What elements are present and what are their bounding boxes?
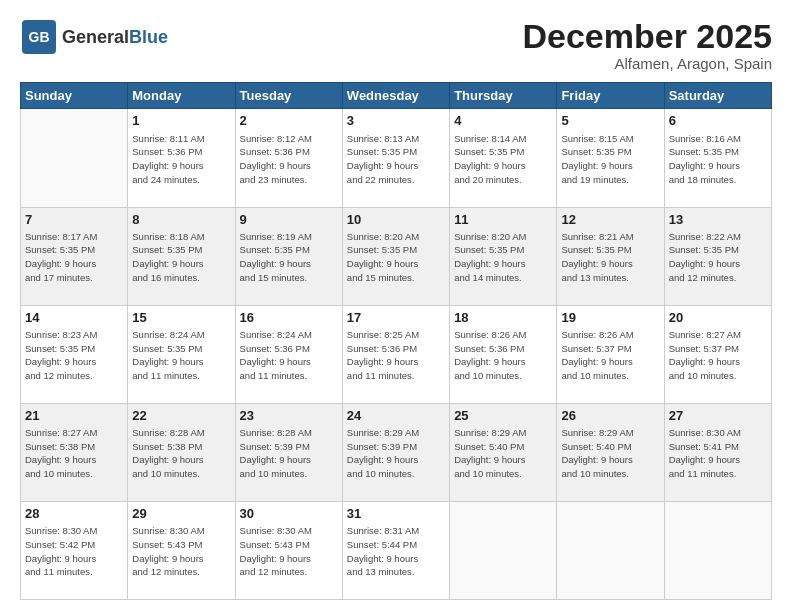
day-info: Sunrise: 8:24 AM Sunset: 5:36 PM Dayligh… xyxy=(240,328,338,383)
day-info: Sunrise: 8:25 AM Sunset: 5:36 PM Dayligh… xyxy=(347,328,445,383)
day-info: Sunrise: 8:27 AM Sunset: 5:37 PM Dayligh… xyxy=(669,328,767,383)
calendar-cell: 17Sunrise: 8:25 AM Sunset: 5:36 PM Dayli… xyxy=(342,305,449,403)
day-info: Sunrise: 8:31 AM Sunset: 5:44 PM Dayligh… xyxy=(347,524,445,579)
calendar-cell: 20Sunrise: 8:27 AM Sunset: 5:37 PM Dayli… xyxy=(664,305,771,403)
calendar-cell: 23Sunrise: 8:28 AM Sunset: 5:39 PM Dayli… xyxy=(235,403,342,501)
day-number: 18 xyxy=(454,309,552,327)
day-info: Sunrise: 8:16 AM Sunset: 5:35 PM Dayligh… xyxy=(669,132,767,187)
weekday-header-friday: Friday xyxy=(557,83,664,109)
day-number: 23 xyxy=(240,407,338,425)
day-info: Sunrise: 8:30 AM Sunset: 5:42 PM Dayligh… xyxy=(25,524,123,579)
day-number: 26 xyxy=(561,407,659,425)
day-info: Sunrise: 8:24 AM Sunset: 5:35 PM Dayligh… xyxy=(132,328,230,383)
day-info: Sunrise: 8:30 AM Sunset: 5:43 PM Dayligh… xyxy=(132,524,230,579)
calendar-cell: 10Sunrise: 8:20 AM Sunset: 5:35 PM Dayli… xyxy=(342,207,449,305)
day-number: 13 xyxy=(669,211,767,229)
weekday-header-monday: Monday xyxy=(128,83,235,109)
day-number: 29 xyxy=(132,505,230,523)
calendar-cell: 30Sunrise: 8:30 AM Sunset: 5:43 PM Dayli… xyxy=(235,501,342,599)
calendar-cell: 15Sunrise: 8:24 AM Sunset: 5:35 PM Dayli… xyxy=(128,305,235,403)
day-info: Sunrise: 8:17 AM Sunset: 5:35 PM Dayligh… xyxy=(25,230,123,285)
logo-text-block: GeneralBlue xyxy=(62,28,168,46)
day-number: 4 xyxy=(454,112,552,130)
calendar-cell: 1Sunrise: 8:11 AM Sunset: 5:36 PM Daylig… xyxy=(128,109,235,207)
day-info: Sunrise: 8:30 AM Sunset: 5:43 PM Dayligh… xyxy=(240,524,338,579)
calendar-cell: 27Sunrise: 8:30 AM Sunset: 5:41 PM Dayli… xyxy=(664,403,771,501)
day-info: Sunrise: 8:19 AM Sunset: 5:35 PM Dayligh… xyxy=(240,230,338,285)
calendar-cell xyxy=(450,501,557,599)
day-info: Sunrise: 8:11 AM Sunset: 5:36 PM Dayligh… xyxy=(132,132,230,187)
day-number: 5 xyxy=(561,112,659,130)
day-info: Sunrise: 8:12 AM Sunset: 5:36 PM Dayligh… xyxy=(240,132,338,187)
day-info: Sunrise: 8:29 AM Sunset: 5:39 PM Dayligh… xyxy=(347,426,445,481)
svg-text:GB: GB xyxy=(29,29,50,45)
day-number: 17 xyxy=(347,309,445,327)
day-number: 6 xyxy=(669,112,767,130)
calendar-cell: 2Sunrise: 8:12 AM Sunset: 5:36 PM Daylig… xyxy=(235,109,342,207)
calendar-cell: 24Sunrise: 8:29 AM Sunset: 5:39 PM Dayli… xyxy=(342,403,449,501)
week-row-4: 21Sunrise: 8:27 AM Sunset: 5:38 PM Dayli… xyxy=(21,403,772,501)
day-number: 24 xyxy=(347,407,445,425)
weekday-header-wednesday: Wednesday xyxy=(342,83,449,109)
day-number: 1 xyxy=(132,112,230,130)
logo-icon: GB xyxy=(20,18,58,56)
day-number: 3 xyxy=(347,112,445,130)
day-number: 22 xyxy=(132,407,230,425)
calendar-cell: 3Sunrise: 8:13 AM Sunset: 5:35 PM Daylig… xyxy=(342,109,449,207)
day-number: 12 xyxy=(561,211,659,229)
weekday-header-saturday: Saturday xyxy=(664,83,771,109)
day-number: 7 xyxy=(25,211,123,229)
day-number: 20 xyxy=(669,309,767,327)
day-number: 2 xyxy=(240,112,338,130)
calendar-cell xyxy=(664,501,771,599)
week-row-1: 1Sunrise: 8:11 AM Sunset: 5:36 PM Daylig… xyxy=(21,109,772,207)
calendar-cell: 18Sunrise: 8:26 AM Sunset: 5:36 PM Dayli… xyxy=(450,305,557,403)
day-number: 19 xyxy=(561,309,659,327)
weekday-header-thursday: Thursday xyxy=(450,83,557,109)
calendar-cell: 11Sunrise: 8:20 AM Sunset: 5:35 PM Dayli… xyxy=(450,207,557,305)
day-number: 9 xyxy=(240,211,338,229)
calendar-cell: 19Sunrise: 8:26 AM Sunset: 5:37 PM Dayli… xyxy=(557,305,664,403)
day-number: 30 xyxy=(240,505,338,523)
calendar-cell: 12Sunrise: 8:21 AM Sunset: 5:35 PM Dayli… xyxy=(557,207,664,305)
day-number: 27 xyxy=(669,407,767,425)
day-info: Sunrise: 8:21 AM Sunset: 5:35 PM Dayligh… xyxy=(561,230,659,285)
logo-general: GeneralBlue xyxy=(62,28,168,46)
calendar-table: SundayMondayTuesdayWednesdayThursdayFrid… xyxy=(20,82,772,600)
day-number: 15 xyxy=(132,309,230,327)
calendar-cell: 31Sunrise: 8:31 AM Sunset: 5:44 PM Dayli… xyxy=(342,501,449,599)
logo: GB GeneralBlue xyxy=(20,18,168,56)
calendar-cell: 29Sunrise: 8:30 AM Sunset: 5:43 PM Dayli… xyxy=(128,501,235,599)
day-number: 21 xyxy=(25,407,123,425)
calendar-cell: 5Sunrise: 8:15 AM Sunset: 5:35 PM Daylig… xyxy=(557,109,664,207)
day-number: 28 xyxy=(25,505,123,523)
weekday-header-tuesday: Tuesday xyxy=(235,83,342,109)
calendar-cell: 14Sunrise: 8:23 AM Sunset: 5:35 PM Dayli… xyxy=(21,305,128,403)
day-info: Sunrise: 8:28 AM Sunset: 5:38 PM Dayligh… xyxy=(132,426,230,481)
calendar-cell: 4Sunrise: 8:14 AM Sunset: 5:35 PM Daylig… xyxy=(450,109,557,207)
title-block: December 2025 Alfamen, Aragon, Spain xyxy=(522,18,772,72)
day-info: Sunrise: 8:26 AM Sunset: 5:37 PM Dayligh… xyxy=(561,328,659,383)
day-info: Sunrise: 8:20 AM Sunset: 5:35 PM Dayligh… xyxy=(347,230,445,285)
calendar-cell xyxy=(557,501,664,599)
calendar-cell: 16Sunrise: 8:24 AM Sunset: 5:36 PM Dayli… xyxy=(235,305,342,403)
location-subtitle: Alfamen, Aragon, Spain xyxy=(522,55,772,72)
day-info: Sunrise: 8:29 AM Sunset: 5:40 PM Dayligh… xyxy=(561,426,659,481)
day-number: 31 xyxy=(347,505,445,523)
page: GB GeneralBlue December 2025 Alfamen, Ar… xyxy=(0,0,792,612)
calendar-cell: 9Sunrise: 8:19 AM Sunset: 5:35 PM Daylig… xyxy=(235,207,342,305)
day-number: 11 xyxy=(454,211,552,229)
weekday-header-sunday: Sunday xyxy=(21,83,128,109)
day-info: Sunrise: 8:27 AM Sunset: 5:38 PM Dayligh… xyxy=(25,426,123,481)
calendar-cell: 22Sunrise: 8:28 AM Sunset: 5:38 PM Dayli… xyxy=(128,403,235,501)
day-info: Sunrise: 8:30 AM Sunset: 5:41 PM Dayligh… xyxy=(669,426,767,481)
day-info: Sunrise: 8:14 AM Sunset: 5:35 PM Dayligh… xyxy=(454,132,552,187)
day-info: Sunrise: 8:29 AM Sunset: 5:40 PM Dayligh… xyxy=(454,426,552,481)
header: GB GeneralBlue December 2025 Alfamen, Ar… xyxy=(20,18,772,72)
week-row-2: 7Sunrise: 8:17 AM Sunset: 5:35 PM Daylig… xyxy=(21,207,772,305)
day-number: 14 xyxy=(25,309,123,327)
day-info: Sunrise: 8:26 AM Sunset: 5:36 PM Dayligh… xyxy=(454,328,552,383)
calendar-cell: 8Sunrise: 8:18 AM Sunset: 5:35 PM Daylig… xyxy=(128,207,235,305)
calendar-cell: 28Sunrise: 8:30 AM Sunset: 5:42 PM Dayli… xyxy=(21,501,128,599)
day-info: Sunrise: 8:20 AM Sunset: 5:35 PM Dayligh… xyxy=(454,230,552,285)
